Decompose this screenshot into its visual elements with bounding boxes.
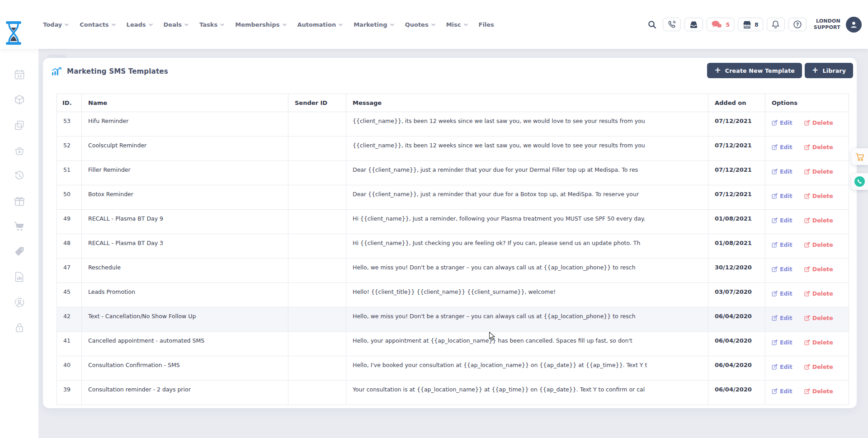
create-new-template-button[interactable]: + Create New Template — [707, 63, 802, 78]
delete-button[interactable]: Delete — [804, 193, 833, 199]
delete-button[interactable]: Delete — [804, 339, 833, 346]
calendar-icon[interactable]: 12 — [14, 69, 25, 80]
delete-button[interactable]: Delete — [804, 119, 833, 126]
delete-button[interactable]: Delete — [804, 144, 833, 151]
edit-button[interactable]: Edit — [772, 339, 793, 346]
edit-icon — [772, 364, 778, 370]
cell-options: EditDelete — [765, 259, 849, 283]
store-badge: 8 — [755, 21, 759, 28]
edit-button[interactable]: Edit — [772, 168, 793, 175]
nav-item-files[interactable]: Files — [479, 21, 494, 28]
edit-button[interactable]: Edit — [772, 388, 793, 395]
cell-sender-id — [288, 161, 346, 185]
store-button[interactable]: 8 — [738, 18, 763, 31]
chart-title-icon — [51, 67, 62, 75]
edit-button[interactable]: Edit — [772, 290, 793, 297]
delete-button[interactable]: Delete — [804, 290, 833, 297]
cart-icon[interactable] — [14, 221, 25, 232]
edit-button-label: Edit — [780, 388, 793, 395]
edit-button[interactable]: Edit — [772, 266, 793, 273]
inbox-button[interactable] — [684, 18, 703, 31]
edit-button[interactable]: Edit — [772, 217, 793, 224]
cell-name: Hifu Reminder — [82, 112, 288, 137]
history-icon[interactable] — [14, 170, 25, 182]
nav-item-leads[interactable]: Leads — [127, 21, 153, 28]
edit-button-label: Edit — [780, 217, 793, 224]
cell-options: EditDelete — [765, 234, 849, 259]
nav-item-deals[interactable]: Deals — [164, 21, 189, 28]
delete-button[interactable]: Delete — [804, 266, 833, 273]
nav-item-contacts[interactable]: Contacts — [80, 21, 115, 28]
floating-whatsapp-button[interactable] — [851, 173, 868, 190]
delete-button[interactable]: Delete — [804, 217, 833, 224]
edit-icon — [772, 193, 778, 199]
delete-button[interactable]: Delete — [804, 388, 833, 395]
edit-button[interactable]: Edit — [772, 241, 793, 248]
nav-item-label: Contacts — [80, 21, 108, 28]
cell-options: EditDelete — [765, 210, 849, 234]
nav-item-tasks[interactable]: Tasks — [199, 21, 224, 28]
inbox-icon — [689, 20, 698, 29]
report-icon[interactable] — [14, 271, 25, 283]
app-logo-hourglass-icon[interactable] — [5, 21, 23, 45]
cell-options: EditDelete — [765, 283, 849, 307]
search-icon[interactable] — [648, 20, 656, 29]
help-button[interactable]: ? — [788, 18, 807, 31]
edit-icon — [772, 217, 778, 223]
cell-added-on: 06/04/2020 — [708, 356, 765, 381]
delete-icon — [804, 266, 810, 272]
gift-icon[interactable] — [14, 195, 25, 207]
copy-icon[interactable] — [14, 119, 25, 131]
cell-added-on: 01/08/2021 — [708, 234, 765, 259]
chat-button[interactable]: 5 — [707, 18, 734, 31]
nav-item-misc[interactable]: Misc — [446, 21, 468, 28]
box-icon[interactable] — [14, 94, 25, 106]
lock-icon[interactable] — [14, 322, 25, 334]
cell-message: Hello, your appointment at {{ap_location… — [346, 332, 708, 356]
basket-icon[interactable] — [14, 145, 25, 156]
phone-button[interactable] — [663, 18, 681, 31]
cell-options: EditDelete — [765, 381, 849, 405]
delete-button[interactable]: Delete — [804, 241, 833, 248]
user-circle-icon[interactable] — [14, 297, 25, 308]
cell-options: EditDelete — [765, 112, 849, 137]
edit-button-label: Edit — [780, 266, 793, 273]
page-title: Marketing SMS Templates — [67, 67, 168, 75]
cell-id: 51 — [57, 161, 82, 185]
nav-item-label: Leads — [127, 21, 146, 28]
nav-item-quotes[interactable]: Quotes — [405, 21, 435, 28]
chevron-down-icon — [184, 24, 189, 26]
templates-table-body: 53Hifu Reminder{{client_name}}, its been… — [57, 112, 849, 405]
nav-item-automation[interactable]: Automation — [297, 21, 343, 28]
edit-icon — [772, 266, 778, 272]
cell-id: 49 — [57, 210, 82, 234]
nav-item-memberships[interactable]: Memberships — [235, 21, 286, 28]
delete-button[interactable]: Delete — [804, 315, 833, 321]
cell-sender-id — [288, 283, 346, 307]
edit-button[interactable]: Edit — [772, 119, 793, 126]
nav-item-marketing[interactable]: Marketing — [354, 21, 394, 28]
edit-button[interactable]: Edit — [772, 193, 793, 199]
cell-name: Coolsculpt Reminder — [82, 137, 288, 161]
floating-cart-button[interactable] — [851, 148, 868, 165]
notifications-button[interactable] — [767, 18, 785, 31]
delete-button[interactable]: Delete — [804, 363, 833, 370]
store-icon — [742, 20, 752, 29]
edit-button[interactable]: Edit — [772, 363, 793, 370]
edit-button-label: Edit — [780, 119, 793, 126]
edit-button[interactable]: Edit — [772, 144, 793, 151]
cell-options: EditDelete — [765, 137, 849, 161]
delete-button[interactable]: Delete — [804, 168, 833, 175]
delete-icon — [804, 169, 810, 174]
cell-name: Filler Reminder — [82, 161, 288, 185]
nav-item-today[interactable]: Today — [43, 21, 69, 28]
chevron-down-icon — [431, 24, 435, 26]
templates-table: ID. Name Sender ID Message Added on Opti… — [57, 94, 849, 408]
avatar[interactable] — [846, 17, 862, 33]
cell-name: Reschedule — [82, 259, 288, 283]
cell-name: Consultation reminder - 2 days prior — [82, 381, 288, 405]
library-button[interactable]: + Library — [805, 63, 853, 78]
edit-button[interactable]: Edit — [772, 315, 793, 321]
delete-icon — [804, 120, 810, 126]
tag-icon[interactable] — [14, 246, 25, 258]
